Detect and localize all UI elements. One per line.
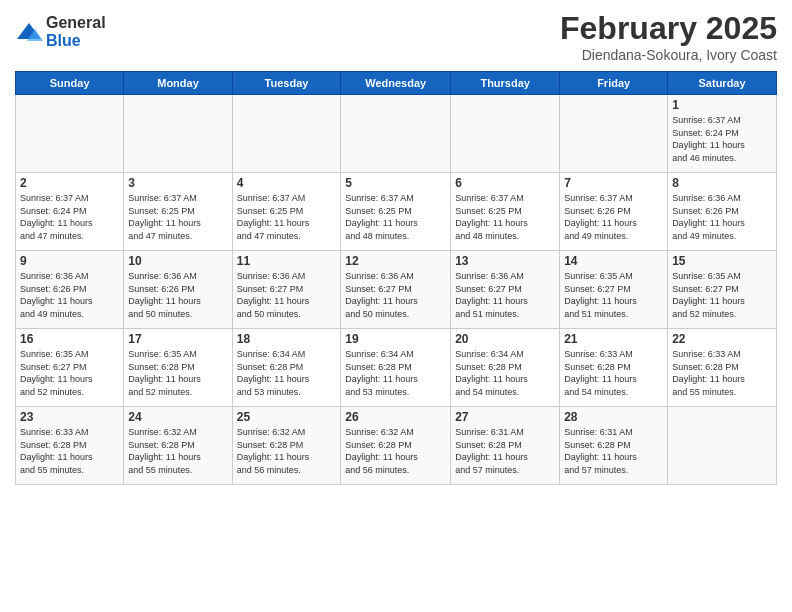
day-number: 28 [564, 410, 663, 424]
col-friday: Friday [560, 72, 668, 95]
day-number: 17 [128, 332, 227, 346]
day-info: Sunrise: 6:36 AM Sunset: 6:26 PM Dayligh… [672, 192, 772, 242]
calendar-cell [451, 95, 560, 173]
day-number: 15 [672, 254, 772, 268]
col-saturday: Saturday [668, 72, 777, 95]
logo-icon [15, 21, 43, 43]
calendar-table: Sunday Monday Tuesday Wednesday Thursday… [15, 71, 777, 485]
calendar-cell: 17Sunrise: 6:35 AM Sunset: 6:28 PM Dayli… [124, 329, 232, 407]
calendar-cell: 21Sunrise: 6:33 AM Sunset: 6:28 PM Dayli… [560, 329, 668, 407]
day-info: Sunrise: 6:31 AM Sunset: 6:28 PM Dayligh… [564, 426, 663, 476]
day-info: Sunrise: 6:32 AM Sunset: 6:28 PM Dayligh… [237, 426, 337, 476]
main-title: February 2025 [560, 10, 777, 47]
day-info: Sunrise: 6:36 AM Sunset: 6:27 PM Dayligh… [237, 270, 337, 320]
day-number: 5 [345, 176, 446, 190]
day-info: Sunrise: 6:37 AM Sunset: 6:25 PM Dayligh… [237, 192, 337, 242]
day-number: 11 [237, 254, 337, 268]
day-number: 24 [128, 410, 227, 424]
day-info: Sunrise: 6:37 AM Sunset: 6:24 PM Dayligh… [20, 192, 119, 242]
col-monday: Monday [124, 72, 232, 95]
calendar-cell [341, 95, 451, 173]
day-info: Sunrise: 6:37 AM Sunset: 6:25 PM Dayligh… [128, 192, 227, 242]
calendar-cell: 14Sunrise: 6:35 AM Sunset: 6:27 PM Dayli… [560, 251, 668, 329]
calendar-cell: 10Sunrise: 6:36 AM Sunset: 6:26 PM Dayli… [124, 251, 232, 329]
day-info: Sunrise: 6:33 AM Sunset: 6:28 PM Dayligh… [20, 426, 119, 476]
day-number: 1 [672, 98, 772, 112]
day-number: 8 [672, 176, 772, 190]
calendar-week-0: 1Sunrise: 6:37 AM Sunset: 6:24 PM Daylig… [16, 95, 777, 173]
day-info: Sunrise: 6:36 AM Sunset: 6:27 PM Dayligh… [455, 270, 555, 320]
day-info: Sunrise: 6:37 AM Sunset: 6:24 PM Dayligh… [672, 114, 772, 164]
calendar-cell: 25Sunrise: 6:32 AM Sunset: 6:28 PM Dayli… [232, 407, 341, 485]
calendar-cell: 19Sunrise: 6:34 AM Sunset: 6:28 PM Dayli… [341, 329, 451, 407]
header: General Blue February 2025 Diendana-Soko… [15, 10, 777, 63]
calendar-week-2: 9Sunrise: 6:36 AM Sunset: 6:26 PM Daylig… [16, 251, 777, 329]
calendar-cell: 24Sunrise: 6:32 AM Sunset: 6:28 PM Dayli… [124, 407, 232, 485]
day-info: Sunrise: 6:37 AM Sunset: 6:25 PM Dayligh… [345, 192, 446, 242]
day-info: Sunrise: 6:34 AM Sunset: 6:28 PM Dayligh… [345, 348, 446, 398]
calendar-cell [560, 95, 668, 173]
calendar-cell: 1Sunrise: 6:37 AM Sunset: 6:24 PM Daylig… [668, 95, 777, 173]
day-number: 12 [345, 254, 446, 268]
day-number: 13 [455, 254, 555, 268]
day-info: Sunrise: 6:37 AM Sunset: 6:26 PM Dayligh… [564, 192, 663, 242]
day-info: Sunrise: 6:35 AM Sunset: 6:27 PM Dayligh… [564, 270, 663, 320]
day-info: Sunrise: 6:31 AM Sunset: 6:28 PM Dayligh… [455, 426, 555, 476]
col-tuesday: Tuesday [232, 72, 341, 95]
calendar-cell: 27Sunrise: 6:31 AM Sunset: 6:28 PM Dayli… [451, 407, 560, 485]
calendar-cell [232, 95, 341, 173]
col-sunday: Sunday [16, 72, 124, 95]
calendar-cell: 6Sunrise: 6:37 AM Sunset: 6:25 PM Daylig… [451, 173, 560, 251]
calendar-week-3: 16Sunrise: 6:35 AM Sunset: 6:27 PM Dayli… [16, 329, 777, 407]
logo: General Blue [15, 14, 106, 49]
day-info: Sunrise: 6:37 AM Sunset: 6:25 PM Dayligh… [455, 192, 555, 242]
calendar-cell: 4Sunrise: 6:37 AM Sunset: 6:25 PM Daylig… [232, 173, 341, 251]
calendar-cell [16, 95, 124, 173]
logo-text: General Blue [46, 14, 106, 49]
day-info: Sunrise: 6:35 AM Sunset: 6:28 PM Dayligh… [128, 348, 227, 398]
day-number: 10 [128, 254, 227, 268]
day-info: Sunrise: 6:33 AM Sunset: 6:28 PM Dayligh… [564, 348, 663, 398]
day-info: Sunrise: 6:32 AM Sunset: 6:28 PM Dayligh… [345, 426, 446, 476]
calendar-cell: 9Sunrise: 6:36 AM Sunset: 6:26 PM Daylig… [16, 251, 124, 329]
calendar-cell: 23Sunrise: 6:33 AM Sunset: 6:28 PM Dayli… [16, 407, 124, 485]
calendar-cell: 13Sunrise: 6:36 AM Sunset: 6:27 PM Dayli… [451, 251, 560, 329]
calendar-cell: 7Sunrise: 6:37 AM Sunset: 6:26 PM Daylig… [560, 173, 668, 251]
header-row: Sunday Monday Tuesday Wednesday Thursday… [16, 72, 777, 95]
day-number: 3 [128, 176, 227, 190]
subtitle: Diendana-Sokoura, Ivory Coast [560, 47, 777, 63]
day-info: Sunrise: 6:36 AM Sunset: 6:27 PM Dayligh… [345, 270, 446, 320]
calendar-cell: 26Sunrise: 6:32 AM Sunset: 6:28 PM Dayli… [341, 407, 451, 485]
calendar-cell: 15Sunrise: 6:35 AM Sunset: 6:27 PM Dayli… [668, 251, 777, 329]
calendar-cell: 22Sunrise: 6:33 AM Sunset: 6:28 PM Dayli… [668, 329, 777, 407]
calendar-cell: 16Sunrise: 6:35 AM Sunset: 6:27 PM Dayli… [16, 329, 124, 407]
day-info: Sunrise: 6:34 AM Sunset: 6:28 PM Dayligh… [455, 348, 555, 398]
day-number: 21 [564, 332, 663, 346]
day-number: 7 [564, 176, 663, 190]
title-block: February 2025 Diendana-Sokoura, Ivory Co… [560, 10, 777, 63]
calendar-cell: 2Sunrise: 6:37 AM Sunset: 6:24 PM Daylig… [16, 173, 124, 251]
day-info: Sunrise: 6:36 AM Sunset: 6:26 PM Dayligh… [128, 270, 227, 320]
day-info: Sunrise: 6:32 AM Sunset: 6:28 PM Dayligh… [128, 426, 227, 476]
calendar-cell: 18Sunrise: 6:34 AM Sunset: 6:28 PM Dayli… [232, 329, 341, 407]
calendar-cell: 11Sunrise: 6:36 AM Sunset: 6:27 PM Dayli… [232, 251, 341, 329]
day-info: Sunrise: 6:35 AM Sunset: 6:27 PM Dayligh… [20, 348, 119, 398]
day-number: 27 [455, 410, 555, 424]
calendar-week-4: 23Sunrise: 6:33 AM Sunset: 6:28 PM Dayli… [16, 407, 777, 485]
day-number: 9 [20, 254, 119, 268]
calendar-cell [668, 407, 777, 485]
col-wednesday: Wednesday [341, 72, 451, 95]
day-number: 18 [237, 332, 337, 346]
day-number: 20 [455, 332, 555, 346]
calendar-week-1: 2Sunrise: 6:37 AM Sunset: 6:24 PM Daylig… [16, 173, 777, 251]
day-number: 16 [20, 332, 119, 346]
day-info: Sunrise: 6:36 AM Sunset: 6:26 PM Dayligh… [20, 270, 119, 320]
page-container: General Blue February 2025 Diendana-Soko… [0, 0, 792, 495]
day-number: 22 [672, 332, 772, 346]
calendar-body: 1Sunrise: 6:37 AM Sunset: 6:24 PM Daylig… [16, 95, 777, 485]
day-number: 19 [345, 332, 446, 346]
calendar-cell: 5Sunrise: 6:37 AM Sunset: 6:25 PM Daylig… [341, 173, 451, 251]
calendar-cell: 3Sunrise: 6:37 AM Sunset: 6:25 PM Daylig… [124, 173, 232, 251]
day-info: Sunrise: 6:33 AM Sunset: 6:28 PM Dayligh… [672, 348, 772, 398]
day-number: 6 [455, 176, 555, 190]
